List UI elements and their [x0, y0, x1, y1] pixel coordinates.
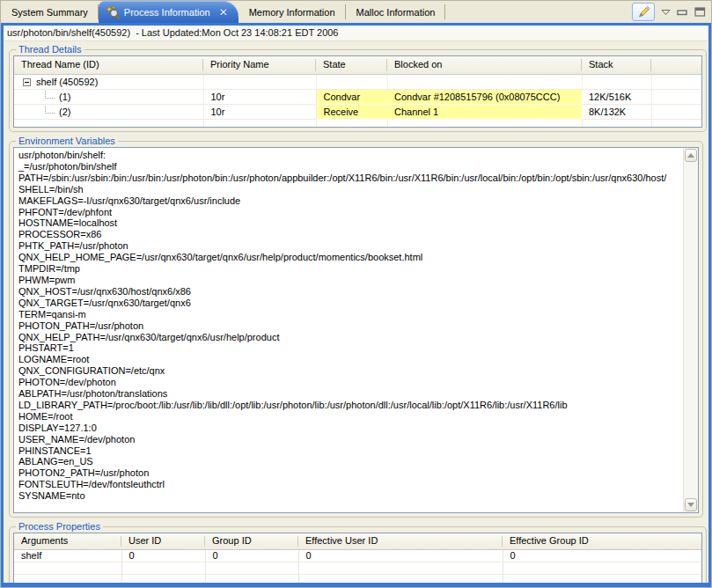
column-header-blocked-on[interactable]: Blocked on — [387, 56, 582, 74]
arguments-cell[interactable]: shelf — [14, 549, 121, 562]
stack-cell[interactable]: 8K/132K — [582, 104, 651, 119]
column-header-stack[interactable]: Stack — [582, 56, 651, 74]
tab-label: System Summary — [11, 7, 88, 18]
column-header-effective-group-id[interactable]: Effective Group ID — [503, 533, 701, 549]
section-thread-details: Thread Details Thread Name (ID) Priority… — [9, 44, 707, 132]
thread-name-cell[interactable]: shelf (450592) — [14, 74, 203, 89]
scroll-down-button[interactable] — [685, 498, 697, 511]
minimize-button[interactable] — [677, 7, 688, 17]
blocked-on-cell[interactable]: Channel 1 — [387, 104, 582, 119]
thread-table-filler-row — [14, 119, 701, 127]
view-tab-bar: System Summary Process Information ✕ Mem… — [1, 1, 711, 23]
state-cell[interactable]: Condvar — [316, 89, 387, 104]
priority-cell[interactable]: 10r — [203, 89, 316, 104]
column-header-thread-name[interactable]: Thread Name (ID) — [14, 56, 203, 74]
section-title-environment-variables: Environment Variables — [16, 136, 118, 146]
tab-memory-information[interactable]: Memory Information — [239, 1, 346, 23]
thread-name-cell[interactable]: (2) — [14, 104, 203, 119]
environment-variables-text[interactable]: usr/photon/bin/shelf: _=/usr/photon/bin/… — [14, 148, 683, 512]
column-header-state[interactable]: State — [316, 56, 387, 74]
environment-variables-box: usr/photon/bin/shelf: _=/usr/photon/bin/… — [13, 147, 699, 513]
user-id-cell[interactable]: 0 — [121, 549, 205, 562]
tab-system-summary[interactable]: System Summary — [1, 1, 99, 23]
tab-label: Memory Information — [249, 7, 335, 18]
blocked-on-cell[interactable]: Condvar #1208515796 (0x08075CCC) — [387, 89, 582, 104]
column-header-spacer — [651, 56, 701, 74]
effective-user-id-cell[interactable]: 0 — [298, 549, 503, 562]
group-id-cell[interactable]: 0 — [205, 549, 298, 562]
scroll-up-button[interactable] — [685, 149, 697, 162]
maximize-button[interactable] — [694, 7, 706, 17]
tab-process-information[interactable]: Process Information ✕ — [99, 1, 239, 23]
tab-malloc-information[interactable]: Malloc Information — [346, 1, 446, 23]
process-properties-row[interactable]: shelf 0 0 0 0 — [14, 549, 701, 562]
tab-separator — [444, 4, 445, 19]
main-area: Thread Details Thread Name (ID) Priority… — [4, 41, 708, 587]
properties-table-header: Arguments User ID Group ID Effective Use… — [14, 533, 701, 549]
properties-empty-row — [14, 562, 701, 574]
column-header-priority[interactable]: Priority Name — [203, 56, 316, 74]
thread-row[interactable]: (1) 10r Condvar Condvar #1208515796 (0x0… — [14, 89, 701, 104]
thread-table-header: Thread Name (ID) Priority Name State Blo… — [14, 56, 701, 74]
tree-collapse-toggle[interactable] — [23, 78, 31, 86]
stack-cell[interactable]: 12K/516K — [582, 89, 651, 104]
close-icon[interactable]: ✕ — [217, 7, 230, 18]
column-header-group-id[interactable]: Group ID — [205, 533, 298, 549]
thread-row-parent[interactable]: shelf (450592) — [14, 74, 701, 89]
process-title-bar: usr/photon/bin/shelf(450592) - Last Upda… — [4, 26, 708, 41]
minimize-icon — [677, 7, 688, 17]
pencil-icon — [636, 5, 650, 18]
process-properties-table: Arguments User ID Group ID Effective Use… — [13, 533, 702, 587]
maximize-icon — [694, 7, 706, 17]
view-toolbar — [632, 1, 711, 23]
section-process-properties: Process Properties Arguments User ID Gro… — [9, 521, 707, 587]
tree-elbow-icon — [45, 106, 55, 114]
tab-label: Malloc Information — [356, 7, 436, 18]
edit-pencil-button[interactable] — [632, 3, 655, 21]
section-title-thread-details: Thread Details — [16, 44, 84, 55]
vertical-scrollbar[interactable] — [683, 148, 698, 512]
thread-table: Thread Name (ID) Priority Name State Blo… — [13, 55, 702, 128]
section-environment-variables: Environment Variables usr/photon/bin/she… — [9, 136, 703, 518]
chevron-down-icon — [687, 503, 694, 511]
properties-empty-row — [14, 574, 701, 586]
effective-group-id-cell[interactable]: 0 — [503, 549, 701, 562]
process-information-view: System Summary Process Information ✕ Mem… — [0, 0, 712, 588]
chevron-up-icon — [687, 150, 694, 158]
tree-elbow-icon — [45, 91, 55, 99]
column-header-user-id[interactable]: User ID — [121, 533, 205, 549]
view-menu-button[interactable] — [661, 9, 671, 16]
view-menu-icon — [661, 9, 671, 16]
priority-cell[interactable]: 10r — [203, 104, 316, 119]
view-content: usr/photon/bin/shelf(450592) - Last Upda… — [1, 23, 711, 587]
section-title-process-properties: Process Properties — [16, 521, 103, 532]
column-header-arguments[interactable]: Arguments — [14, 533, 121, 549]
column-header-effective-user-id[interactable]: Effective User ID — [298, 533, 503, 549]
tab-label: Process Information — [124, 7, 210, 18]
process-info-magnifier-icon — [106, 5, 120, 19]
thread-name-cell[interactable]: (1) — [14, 89, 203, 104]
state-cell[interactable]: Receive — [316, 104, 387, 119]
thread-row[interactable]: (2) 10r Receive Channel 1 8K/132K — [14, 104, 701, 119]
